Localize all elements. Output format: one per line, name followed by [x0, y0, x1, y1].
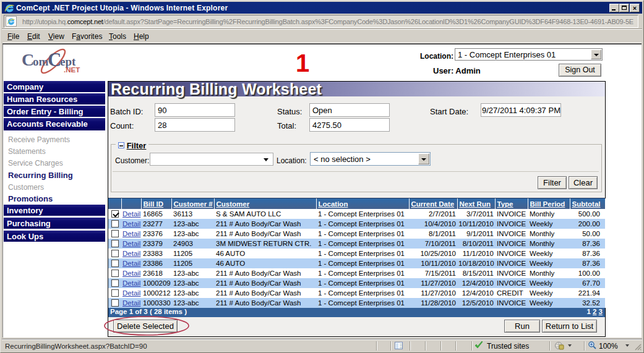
svg-text:om: om [33, 55, 49, 68]
svg-text:.NET: .NET [64, 66, 80, 74]
